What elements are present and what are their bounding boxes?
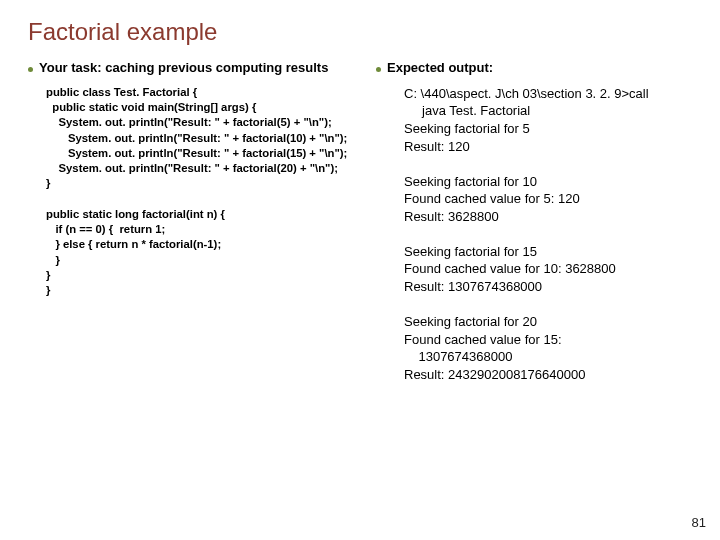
output-bullet-row: Expected output: <box>376 60 704 77</box>
task-bullet-row: Your task: caching previous computing re… <box>28 60 368 77</box>
bullet-icon <box>28 67 33 72</box>
slide: Factorial example Your task: caching pre… <box>0 0 720 540</box>
slide-title: Factorial example <box>28 18 704 46</box>
content-columns: Your task: caching previous computing re… <box>28 60 704 383</box>
bullet-icon <box>376 67 381 72</box>
right-column: Expected output: C: \440\aspect. J\ch 03… <box>376 60 704 383</box>
left-column: Your task: caching previous computing re… <box>28 60 368 383</box>
code-block: public class Test. Factorial { public st… <box>46 85 368 299</box>
output-bullet-text: Expected output: <box>387 60 493 77</box>
page-number: 81 <box>692 515 706 530</box>
task-bullet-text: Your task: caching previous computing re… <box>39 60 328 77</box>
expected-output-block: C: \440\aspect. J\ch 03\section 3. 2. 9>… <box>404 85 704 383</box>
